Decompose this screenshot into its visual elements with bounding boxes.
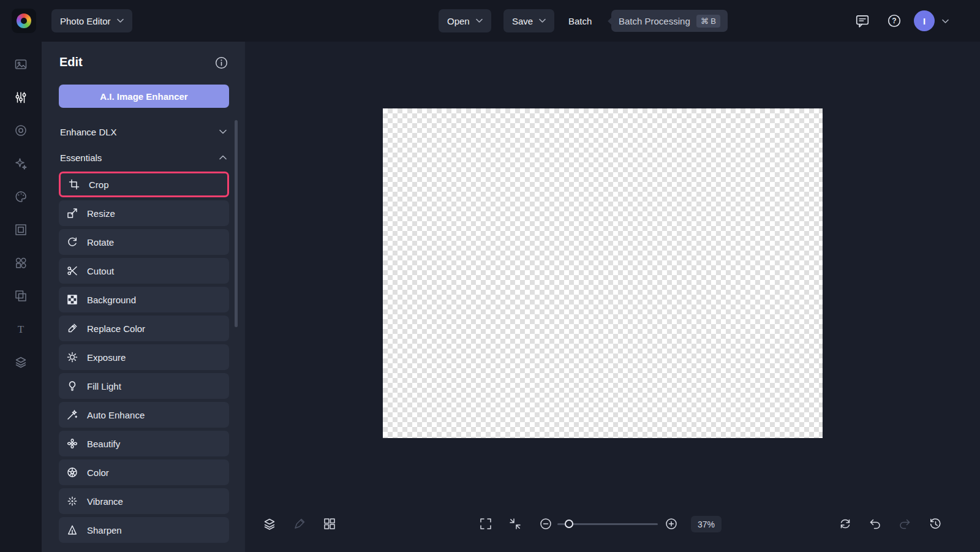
fullscreen-icon (479, 517, 492, 531)
section-label: Enhance DLX (60, 127, 117, 137)
zoom-in-icon (665, 517, 678, 531)
fullscreen-button[interactable] (476, 514, 496, 534)
vibrance-icon (67, 496, 78, 507)
tool-item-replace-color[interactable]: Replace Color (59, 316, 229, 341)
comment-icon (855, 13, 870, 28)
tool-label: Background (87, 295, 136, 305)
rail-item-frames[interactable] (0, 213, 42, 246)
tool-label: Fill Light (87, 381, 121, 391)
tool-label: Color (87, 467, 109, 478)
svg-text:T: T (18, 323, 24, 335)
text-icon: T (14, 322, 28, 336)
help-button[interactable]: ? (883, 10, 905, 32)
reset-button[interactable] (835, 514, 855, 534)
exposure-icon (67, 352, 78, 363)
frames-icon (14, 223, 28, 236)
photo-editor-app: Photo Editor Open Save Batch Batch Proce… (0, 0, 980, 552)
chevron-down-icon (539, 18, 546, 23)
grid-icon (323, 517, 336, 531)
tool-item-cutout[interactable]: Cutout (59, 258, 229, 284)
account-menu-button[interactable] (938, 15, 952, 28)
open-button[interactable]: Open (439, 9, 491, 32)
undo-button[interactable] (865, 514, 885, 534)
zoom-slider[interactable] (557, 520, 658, 528)
section-essentials[interactable]: Essentials (59, 146, 229, 168)
rail-item-artsy[interactable] (0, 180, 42, 213)
tool-label: Beautify (87, 439, 120, 449)
redo-icon (898, 517, 911, 531)
feedback-button[interactable] (851, 10, 873, 32)
zoom-out-icon (539, 517, 552, 531)
panel-scrollbar[interactable] (235, 120, 238, 327)
artsy-icon (14, 190, 28, 203)
history-button[interactable] (925, 514, 945, 534)
color-icon (67, 467, 78, 478)
tool-label: Vibrance (87, 496, 123, 507)
layers-panel-button[interactable] (260, 514, 279, 534)
replace-color-icon (67, 323, 78, 334)
tool-item-crop[interactable]: Crop (59, 172, 229, 197)
rail-item-effects[interactable] (0, 147, 42, 180)
batch-processing-tooltip: Batch Processing ⌘ B (611, 10, 728, 32)
save-label: Save (512, 16, 533, 26)
panel-title: Edit (59, 55, 83, 69)
fill-light-icon (67, 380, 78, 391)
tool-item-auto-enhance[interactable]: Auto Enhance (59, 402, 229, 428)
app-menu-button[interactable]: Photo Editor (51, 9, 132, 32)
tooltip-shortcut-badge: ⌘ B (696, 15, 720, 28)
layers-icon (263, 517, 276, 531)
befunky-logo-icon (17, 13, 31, 28)
tool-item-rotate[interactable]: Rotate (59, 229, 229, 255)
touch-up-icon (14, 124, 28, 137)
section-enhance-dlx[interactable]: Enhance DLX (59, 121, 229, 143)
rail-item-touch-up[interactable] (0, 114, 42, 147)
ai-image-enhancer-button[interactable]: A.I. Image Enhancer (59, 85, 229, 108)
svg-text:?: ? (892, 17, 896, 25)
tool-item-resize[interactable]: Resize (59, 200, 229, 226)
chevron-down-icon (117, 18, 124, 23)
rail-item-text[interactable]: T (0, 312, 42, 346)
grid-view-button[interactable] (320, 514, 339, 534)
tool-item-color[interactable]: Color (59, 459, 229, 485)
rail-item-layers[interactable] (0, 346, 42, 379)
background-icon (67, 294, 78, 305)
tool-label: Crop (89, 180, 109, 190)
tool-label: Auto Enhance (87, 410, 145, 420)
rail-item-graphics[interactable] (0, 246, 42, 279)
tool-item-fill-light[interactable]: Fill Light (59, 373, 229, 399)
zoom-in-button[interactable] (662, 514, 681, 534)
batch-label: Batch (568, 16, 592, 26)
rail-item-edit[interactable] (0, 81, 42, 114)
zoom-level-badge[interactable]: 37% (691, 516, 722, 532)
chevron-down-icon (476, 18, 483, 23)
tool-item-exposure[interactable]: Exposure (59, 344, 229, 370)
section-label: Essentials (60, 153, 102, 163)
save-button[interactable]: Save (503, 9, 554, 32)
fit-to-screen-button[interactable] (505, 514, 525, 534)
zoom-out-button[interactable] (536, 514, 556, 534)
tool-label: Resize (87, 208, 115, 219)
tool-item-background[interactable]: Background (59, 287, 229, 312)
cutout-icon (67, 265, 78, 276)
befunky-logo-button[interactable] (12, 9, 36, 33)
batch-button[interactable]: Batch (562, 9, 598, 32)
panel-info-button[interactable] (214, 56, 228, 69)
rail-item-image-manager[interactable] (0, 48, 42, 81)
sharpen-icon (67, 524, 78, 535)
tool-item-beautify[interactable]: Beautify (59, 431, 229, 456)
canvas-edit-button[interactable] (290, 514, 309, 534)
tool-item-vibrance[interactable]: Vibrance (59, 488, 229, 514)
edit-panel: Edit A.I. Image Enhancer Enhance DLX Ess… (42, 42, 245, 552)
redo-button[interactable] (895, 514, 914, 534)
chevron-down-icon (942, 19, 949, 24)
effects-icon (14, 157, 28, 170)
essentials-tool-list: Crop Resize Rotate Cutout (59, 172, 229, 543)
resize-icon (67, 208, 78, 219)
refresh-icon (839, 517, 852, 531)
edit-icon (14, 91, 28, 104)
rail-item-overlays[interactable] (0, 279, 42, 312)
zoom-slider-knob[interactable] (565, 520, 573, 528)
avatar-initial: I (923, 16, 925, 26)
avatar[interactable]: I (914, 10, 935, 31)
tool-item-sharpen[interactable]: Sharpen (59, 517, 229, 543)
